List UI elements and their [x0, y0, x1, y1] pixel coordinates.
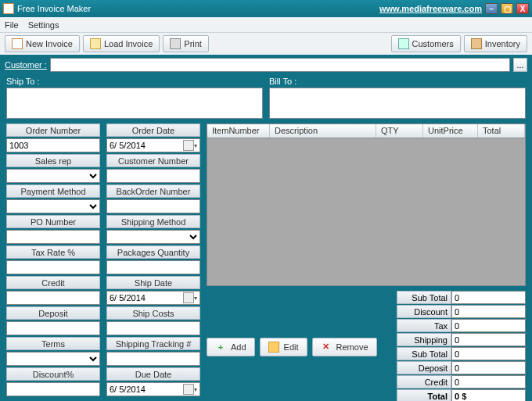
- customer-number-input[interactable]: [106, 169, 200, 183]
- left-fields: Order Number Sales rep Payment Method PO…: [6, 124, 100, 401]
- calendar-icon[interactable]: [183, 140, 194, 151]
- shipping-method-label: Shipping Method: [106, 215, 200, 228]
- app-icon: [3, 3, 14, 14]
- menu-file[interactable]: File: [5, 20, 19, 30]
- po-number-input[interactable]: [6, 230, 100, 244]
- order-number-label: Order Number: [6, 124, 100, 137]
- order-number-input[interactable]: [6, 138, 100, 152]
- order-date-input[interactable]: 6/ 5/2014▾: [106, 138, 200, 152]
- subtotal-value: 0: [451, 291, 526, 304]
- terms-select[interactable]: [6, 352, 100, 366]
- po-number-label: PO Number: [6, 215, 100, 228]
- customers-icon: [398, 38, 409, 49]
- print-icon: [170, 38, 181, 49]
- credit-tot-value: 0: [451, 375, 526, 388]
- deposit-input[interactable]: [6, 321, 100, 335]
- ship-date-input[interactable]: 6/ 5/2014▾: [106, 291, 200, 305]
- inventory-button[interactable]: Inventory: [464, 35, 527, 52]
- totals-panel: Sub Total0 Discount0 Tax0 Shipping0 Sub …: [397, 291, 526, 401]
- due-date-input[interactable]: 6/ 5/2014▾: [106, 382, 200, 396]
- window-title: Free Invoice Maker: [17, 4, 91, 13]
- title-bar: Free Invoice Maker www.mediafreeware.com…: [0, 0, 532, 17]
- deposit-tot-label: Deposit: [397, 361, 451, 374]
- tracking-label: Shipping Tracking #: [106, 337, 200, 350]
- col-total[interactable]: Total: [478, 124, 525, 138]
- calendar-icon[interactable]: [183, 292, 194, 303]
- minimize-button[interactable]: –: [485, 3, 498, 14]
- deposit-tot-value: 0: [451, 361, 526, 374]
- tax-tot-label: Tax: [397, 319, 451, 332]
- due-date-label: Due Date: [106, 367, 200, 381]
- menu-settings[interactable]: Settings: [28, 20, 59, 30]
- col-unit-price[interactable]: UnitPrice: [423, 124, 478, 138]
- subtotal2-label: Sub Total: [397, 347, 451, 360]
- col-description[interactable]: Description: [270, 124, 376, 138]
- print-button[interactable]: Print: [163, 35, 209, 52]
- calendar-icon[interactable]: [183, 384, 194, 395]
- subtotal2-value: 0: [451, 347, 526, 360]
- tax-rate-input[interactable]: [6, 260, 100, 274]
- discount-tot-value: 0: [451, 305, 526, 318]
- discount-label: Discount%: [6, 367, 100, 381]
- terms-label: Terms: [6, 337, 100, 350]
- ship-costs-label: Ship Costs: [106, 306, 200, 320]
- col-item-number[interactable]: ItemNumber: [207, 124, 270, 138]
- remove-button[interactable]: ✕Remove: [312, 338, 377, 356]
- chevron-down-icon: ▾: [194, 295, 197, 302]
- sales-rep-label: Sales rep: [6, 154, 100, 167]
- customer-label: Customer :: [5, 60, 47, 70]
- shipping-tot-label: Shipping: [397, 333, 451, 346]
- tax-rate-label: Tax Rate %: [6, 245, 100, 259]
- shipping-method-select[interactable]: [106, 230, 200, 244]
- customer-row: Customer : ...: [0, 55, 532, 75]
- bill-to-input[interactable]: [269, 88, 526, 119]
- packages-qty-input[interactable]: [106, 260, 200, 274]
- items-grid[interactable]: ItemNumber Description QTY UnitPrice Tot…: [207, 124, 526, 286]
- backorder-label: BackOrder Number: [106, 184, 200, 198]
- customer-browse-button[interactable]: ...: [513, 58, 527, 72]
- ship-to-input[interactable]: [6, 88, 263, 119]
- x-icon: ✕: [321, 342, 332, 353]
- backorder-input[interactable]: [106, 199, 200, 213]
- customers-button[interactable]: Customers: [391, 35, 461, 52]
- credit-tot-label: Credit: [397, 375, 451, 388]
- total-value: 0 $: [451, 389, 526, 401]
- inventory-icon: [471, 38, 482, 49]
- website-link[interactable]: www.mediafreeware.com: [379, 4, 482, 13]
- deposit-label: Deposit: [6, 306, 100, 320]
- new-invoice-button[interactable]: New Invoice: [5, 35, 80, 52]
- plus-icon: +: [215, 342, 226, 353]
- ship-date-label: Ship Date: [106, 276, 200, 289]
- chevron-down-icon: ▾: [194, 142, 197, 149]
- grid-header: ItemNumber Description QTY UnitPrice Tot…: [207, 124, 525, 138]
- load-invoice-button[interactable]: Load Invoice: [83, 35, 160, 52]
- close-button[interactable]: X: [516, 3, 529, 14]
- chevron-down-icon: ▾: [194, 386, 197, 393]
- order-date-label: Order Date: [106, 124, 200, 137]
- open-icon: [90, 38, 101, 49]
- new-icon: [12, 38, 23, 49]
- mid-fields: Order Date 6/ 5/2014▾ Customer Number Ba…: [106, 124, 200, 401]
- ship-costs-input[interactable]: [106, 321, 200, 335]
- grid-actions: +Add Edit ✕Remove Sub Total0 Discount0 T…: [207, 286, 526, 401]
- col-qty[interactable]: QTY: [376, 124, 423, 138]
- credit-label: Credit: [6, 276, 100, 289]
- payment-method-select[interactable]: [6, 199, 100, 213]
- bill-to-label: Bill To :: [269, 77, 526, 86]
- tracking-input[interactable]: [106, 352, 200, 366]
- packages-qty-label: Packages Quantity: [106, 245, 200, 259]
- ship-to-label: Ship To :: [6, 77, 263, 86]
- credit-input[interactable]: [6, 291, 100, 305]
- pencil-icon: [268, 342, 279, 353]
- discount-tot-label: Discount: [397, 305, 451, 318]
- payment-method-label: Payment Method: [6, 184, 100, 198]
- discount-input[interactable]: [6, 382, 100, 396]
- total-label: Total: [397, 389, 451, 401]
- maximize-button[interactable]: ▢: [501, 3, 513, 14]
- menu-bar: File Settings: [0, 17, 532, 33]
- customer-input[interactable]: [50, 58, 510, 72]
- customer-number-label: Customer Number: [106, 154, 200, 167]
- edit-button[interactable]: Edit: [260, 338, 307, 356]
- sales-rep-select[interactable]: [6, 169, 100, 183]
- add-button[interactable]: +Add: [207, 338, 255, 356]
